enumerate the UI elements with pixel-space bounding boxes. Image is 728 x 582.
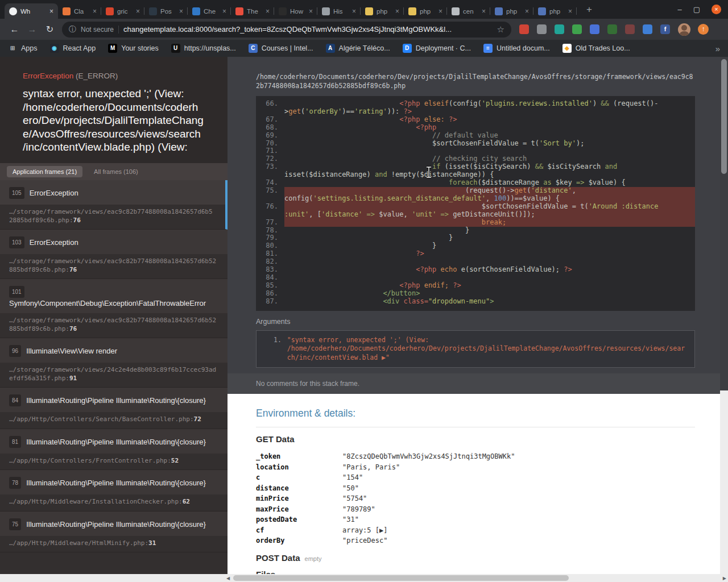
minimize-button[interactable]: – — [677, 5, 681, 14]
tab-close-icon[interactable]: × — [49, 7, 53, 15]
extension-icon[interactable] — [607, 24, 617, 34]
stack-frame[interactable]: 103ErrorException…/storage/framework/vie… — [0, 230, 228, 279]
site-info-icon[interactable]: ⓘ — [69, 24, 76, 35]
frame-number-badge: 75 — [9, 518, 21, 530]
stack-frame[interactable]: 84Illuminate\Routing\Pipeline Illuminate… — [0, 388, 228, 429]
frame-number-badge: 84 — [9, 394, 21, 406]
browser-tab[interactable]: php× — [404, 3, 447, 19]
tab-close-icon[interactable]: × — [482, 7, 486, 15]
tab-close-icon[interactable]: × — [352, 7, 356, 15]
line-number: 82. — [256, 258, 284, 266]
bookmark-star-icon[interactable]: ☆ — [497, 24, 504, 35]
stack-frame[interactable]: 105ErrorException…/storage/framework/vie… — [0, 180, 228, 230]
browser-tab[interactable]: cen× — [447, 3, 490, 19]
stack-frame[interactable]: 78Illuminate\Routing\Pipeline Illuminate… — [0, 470, 228, 512]
tab-close-icon[interactable]: × — [136, 7, 140, 15]
code-line-text: // checking city search — [284, 155, 695, 163]
extension-icon[interactable]: f — [660, 24, 670, 34]
browser-tab[interactable]: The× — [231, 3, 274, 19]
bookmark-item[interactable]: ◆Old Trades Loo... — [562, 44, 630, 53]
profile-avatar[interactable] — [678, 23, 690, 36]
maximize-button[interactable]: ▢ — [693, 5, 700, 14]
code-line: 84. — [256, 274, 695, 282]
tab-close-icon[interactable]: × — [525, 7, 529, 15]
browser-tab[interactable]: Cla× — [58, 3, 101, 19]
vertical-scrollbar[interactable] — [720, 57, 728, 574]
code-line: 77. break; — [256, 219, 695, 227]
post-data-heading: POST Data empty — [256, 553, 695, 563]
horizontal-scrollbar[interactable]: ◀ ▶ — [0, 574, 728, 582]
browser-tab[interactable]: php× — [361, 3, 404, 19]
vertical-scrollbar-thumb[interactable] — [721, 59, 727, 174]
browser-tab[interactable]: gric× — [101, 3, 144, 19]
browser-tab[interactable]: Che× — [188, 3, 231, 19]
frames-filter-tab[interactable]: Application frames (21) — [7, 166, 82, 177]
data-row: maxPrice"789789" — [256, 504, 695, 515]
browser-tab[interactable]: php× — [533, 3, 577, 19]
stack-frame[interactable]: 75Illuminate\Routing\Pipeline Illuminate… — [0, 512, 228, 553]
tab-favicon-icon — [538, 7, 546, 15]
argument-value[interactable]: "syntax error, unexpected ';' (View: /ho… — [287, 336, 686, 363]
code-line: 87. <div class="dropdown-menu"> — [256, 298, 695, 306]
stack-frame[interactable]: 96Illuminate\View\View render…/storage/f… — [0, 338, 228, 388]
code-line: 85. <?php endif; ?> — [256, 282, 695, 290]
line-number: 80. — [256, 242, 284, 250]
tab-close-icon[interactable]: × — [395, 7, 399, 15]
tab-close-icon[interactable]: × — [222, 7, 226, 15]
extension-icon[interactable] — [537, 24, 547, 34]
line-number: 66. — [256, 100, 284, 108]
tab-close-icon[interactable]: × — [309, 7, 313, 15]
bookmark-item[interactable]: DDeployment · C... — [403, 44, 471, 53]
extension-icon[interactable] — [590, 24, 599, 34]
forward-button[interactable]: → — [23, 24, 41, 35]
frame-file-path: …/app/Http/Controllers/Search/BaseContro… — [0, 412, 228, 429]
stack-frame[interactable]: 101Symfony\Component\Debug\Exception\Fat… — [0, 279, 228, 338]
line-number — [256, 195, 284, 203]
tab-favicon-icon — [452, 7, 460, 15]
tab-favicon-icon — [322, 7, 330, 15]
arguments-box: 1. "syntax error, unexpected ';' (View: … — [256, 330, 695, 368]
stack-frame[interactable]: 81Illuminate\Routing\Pipeline Illuminate… — [0, 429, 228, 471]
address-bar[interactable]: ⓘ Not secure changetemplate.local:8000/s… — [62, 22, 511, 38]
browser-tab[interactable]: His× — [317, 3, 361, 19]
back-button[interactable]: ← — [6, 24, 23, 35]
extension-icon[interactable] — [519, 24, 529, 34]
tab-close-icon[interactable]: × — [568, 7, 572, 15]
bookmarks-overflow-icon[interactable]: » — [715, 44, 720, 53]
line-number — [256, 211, 284, 219]
scroll-left-arrow-icon[interactable]: ◀ — [226, 575, 230, 581]
browser-tab[interactable]: Pos× — [144, 3, 188, 19]
bookmark-item[interactable]: ◉React App — [50, 44, 96, 53]
bookmark-item[interactable]: ≡Untitled docum... — [483, 44, 550, 53]
tab-favicon-icon — [279, 7, 287, 15]
new-tab-button[interactable]: + — [582, 4, 596, 15]
extension-icon[interactable] — [572, 24, 582, 34]
data-row: distance"50" — [256, 483, 695, 494]
bookmark-item[interactable]: ⊞Apps — [8, 44, 38, 53]
frame-title: 103ErrorException — [9, 237, 218, 249]
browser-menu-icon[interactable]: ↑ — [698, 24, 709, 35]
scroll-right-arrow-icon[interactable]: ▶ — [723, 575, 726, 581]
url-text[interactable]: changetemplate.local:8000/search?_token=… — [123, 25, 493, 34]
reload-button[interactable]: ↻ — [41, 24, 59, 35]
close-window-button[interactable]: × — [712, 5, 721, 14]
browser-tab[interactable]: Wh× — [5, 3, 58, 19]
tab-close-icon[interactable]: × — [93, 7, 97, 15]
tab-bar: Wh×Cla×gric×Pos×Che×The×How×His×php×php×… — [0, 0, 728, 19]
frames-filter-tab[interactable]: All frames (106) — [88, 166, 144, 177]
browser-tab[interactable]: php× — [490, 3, 533, 19]
tab-close-icon[interactable]: × — [439, 7, 442, 15]
browser-tab[interactable]: How× — [274, 3, 317, 19]
tab-close-icon[interactable]: × — [179, 7, 183, 15]
extension-icon[interactable] — [555, 24, 564, 34]
horizontal-scrollbar-thumb[interactable] — [233, 575, 569, 581]
bookmark-item[interactable]: AAlgérie Téléco... — [326, 44, 390, 53]
bookmark-item[interactable]: CCourses | Intel... — [249, 44, 313, 53]
frame-file-path-header: /home/coderhero/Documents/coderhero/Dev/… — [256, 73, 695, 90]
line-number — [256, 171, 284, 179]
tab-close-icon[interactable]: × — [266, 7, 270, 15]
extension-icon[interactable] — [643, 24, 652, 34]
bookmark-item[interactable]: MYour stories — [108, 44, 159, 53]
extension-icon[interactable] — [625, 24, 635, 34]
bookmark-item[interactable]: Uhttps://unsplas... — [171, 44, 236, 53]
